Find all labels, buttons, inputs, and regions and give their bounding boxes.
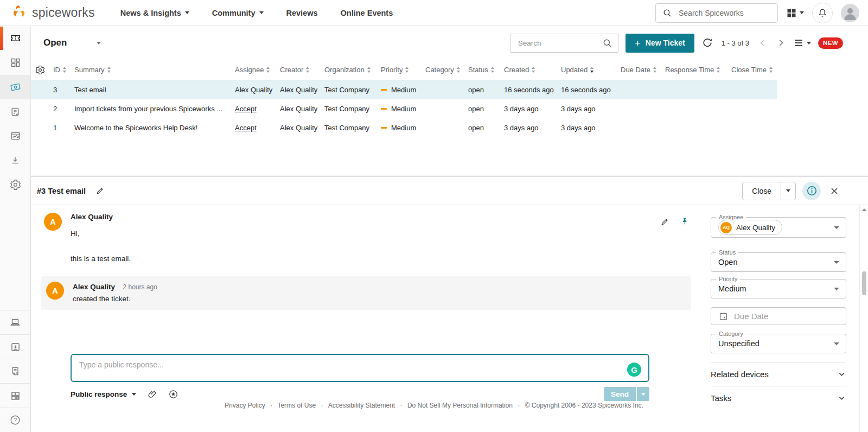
column-header-updated[interactable]: Updated — [561, 66, 621, 74]
column-header-assignee[interactable]: Assignee — [235, 66, 280, 74]
new-ticket-button[interactable]: + New Ticket — [626, 34, 694, 53]
cell-summary[interactable]: Welcome to the Spiceworks Help Desk! — [74, 124, 235, 132]
scroll-up-arrow-icon[interactable] — [862, 208, 866, 211]
assignee-select[interactable]: Assignee AQ Alex Quality — [711, 217, 846, 238]
send-split-button[interactable]: Send — [604, 387, 649, 401]
column-settings-button[interactable] — [35, 65, 53, 75]
nav-item-online-events[interactable]: Online Events — [341, 9, 393, 17]
sidebar-item-help[interactable]: ? — [0, 408, 30, 432]
close-ticket-button[interactable]: Close — [743, 182, 781, 200]
calendar-icon — [718, 311, 729, 321]
category-select[interactable]: Category Unspecified — [711, 334, 846, 353]
pencil-icon — [95, 186, 105, 195]
refresh-button[interactable] — [701, 37, 713, 49]
attach-file-button[interactable] — [147, 389, 157, 399]
nav-item-reviews[interactable]: Reviews — [286, 9, 318, 17]
info-icon — [806, 185, 818, 196]
close-panel-button[interactable] — [829, 186, 840, 196]
sidebar-item-reports[interactable] — [0, 124, 30, 148]
sidebar-item-downloads[interactable] — [0, 148, 30, 173]
column-header-id[interactable]: ID — [53, 66, 74, 74]
global-search-input[interactable] — [678, 8, 771, 18]
apps-grid-icon — [786, 8, 797, 18]
column-header-status[interactable]: Status — [468, 66, 504, 74]
global-search[interactable] — [655, 3, 778, 23]
column-header-created[interactable]: Created — [504, 66, 561, 74]
table-row[interactable]: 3 Test email Alex Quality Alex Quality T… — [31, 80, 777, 99]
column-header-creator[interactable]: Creator — [280, 66, 324, 74]
close-ticket-split-button[interactable]: Close — [742, 182, 796, 200]
column-header-summary[interactable]: Summary — [74, 66, 235, 74]
accept-ticket-link[interactable]: Accept — [235, 124, 280, 132]
search-icon — [602, 38, 612, 48]
reports-icon — [10, 130, 21, 142]
related-devices-section[interactable]: Related devices — [711, 362, 846, 386]
priority-value: Medium — [718, 284, 746, 293]
sidebar-item-helpdesk[interactable] — [0, 75, 30, 99]
user-avatar[interactable] — [841, 4, 859, 22]
new-feature-badge[interactable]: NEW — [818, 37, 843, 49]
ticket-search[interactable] — [510, 34, 618, 53]
sidebar-item-invoices[interactable]: $ — [0, 359, 30, 383]
cell-updated: 3 days ago — [561, 105, 621, 113]
column-header-due-date[interactable]: Due Date — [621, 66, 665, 74]
edit-title-button[interactable] — [95, 186, 105, 195]
grammarly-icon[interactable]: G — [627, 363, 641, 377]
cell-updated: 16 seconds ago — [561, 86, 621, 94]
cell-summary[interactable]: Test email — [74, 86, 235, 94]
due-date-field[interactable]: Due Date — [711, 307, 846, 325]
status-label: Status — [716, 249, 738, 256]
next-page-button[interactable] — [775, 37, 786, 48]
cell-id: 1 — [53, 124, 74, 132]
priority-select[interactable]: Priority Medium — [711, 279, 846, 298]
pin-message-button[interactable] — [680, 217, 689, 226]
edit-message-button[interactable] — [660, 217, 669, 226]
apps-menu-button[interactable] — [786, 8, 804, 18]
top-navigation: spiceworks News & Insights Community Rev… — [0, 0, 868, 26]
cell-priority: Medium — [381, 105, 425, 113]
footer-link-terms[interactable]: Terms of Use — [277, 402, 316, 409]
column-header-priority[interactable]: Priority — [381, 66, 425, 74]
prev-page-button[interactable] — [757, 37, 768, 48]
nav-item-community[interactable]: Community — [212, 9, 264, 17]
column-header-organization[interactable]: Organization — [324, 66, 381, 74]
ticket-info-button[interactable] — [802, 182, 821, 200]
table-row[interactable]: 1 Welcome to the Spiceworks Help Desk! A… — [31, 118, 777, 137]
canned-response-button[interactable] — [168, 389, 178, 399]
status-value: Open — [718, 258, 737, 266]
close-options-caret[interactable] — [781, 182, 795, 200]
message-line: this is a test email. — [71, 255, 131, 263]
response-input[interactable] — [72, 355, 648, 381]
footer-separator: · — [270, 402, 272, 409]
sidebar-item-tickets[interactable] — [0, 26, 30, 50]
accept-ticket-link[interactable]: Accept — [235, 105, 280, 113]
list-view-options-button[interactable] — [793, 37, 811, 48]
column-header-response-time[interactable]: Response Time — [665, 66, 731, 74]
sidebar-item-software-install[interactable] — [0, 334, 30, 359]
cell-summary[interactable]: Import tickets from your previous Spicew… — [74, 105, 235, 113]
sidebar-item-devices[interactable] — [0, 310, 30, 334]
footer-link-accessibility[interactable]: Accessibility Statement — [328, 402, 395, 409]
response-mode-dropdown[interactable]: Public response — [71, 390, 136, 398]
sidebar-item-settings[interactable] — [0, 173, 30, 197]
footer-link-privacy[interactable]: Privacy Policy — [225, 402, 265, 409]
spiceworks-logo[interactable]: spiceworks — [10, 4, 95, 22]
scrollbar-thumb[interactable] — [862, 271, 866, 295]
detail-scrollbar[interactable] — [859, 205, 868, 432]
status-select[interactable]: Status Open — [711, 252, 846, 272]
ticket-search-input[interactable] — [517, 39, 602, 48]
nav-item-news-insights[interactable]: News & Insights — [120, 9, 189, 17]
assignee-chip[interactable]: AQ Alex Quality — [718, 220, 782, 235]
view-filter-dropdown[interactable]: Open — [43, 37, 101, 48]
send-button[interactable]: Send — [604, 387, 636, 401]
column-header-close-time[interactable]: Close Time — [731, 66, 777, 74]
send-options-caret[interactable] — [637, 387, 649, 401]
table-row[interactable]: 2 Import tickets from your previous Spic… — [31, 99, 777, 118]
footer-link-do-not-sell[interactable]: Do Not Sell My Personal Information — [407, 402, 513, 409]
notifications-button[interactable] — [812, 3, 833, 23]
column-header-category[interactable]: Category — [425, 66, 468, 74]
window-download-icon — [10, 341, 21, 353]
sort-icon — [266, 67, 270, 73]
sidebar-item-tasks[interactable] — [0, 99, 30, 124]
sidebar-item-dashboard[interactable] — [0, 50, 30, 75]
